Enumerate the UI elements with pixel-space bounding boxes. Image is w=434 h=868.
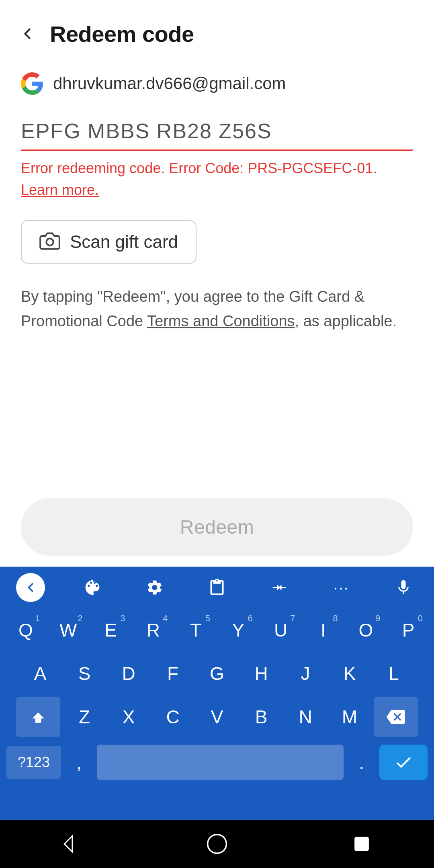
- key-D[interactable]: D: [108, 653, 149, 694]
- keyboard-palette-button[interactable]: [78, 573, 107, 602]
- key-I[interactable]: 8I: [304, 610, 343, 650]
- keyboard-settings-button[interactable]: [140, 573, 169, 602]
- key-K[interactable]: K: [330, 653, 370, 694]
- keyboard-row-2: A S D F G H J K L: [6, 653, 428, 694]
- keyboard-more-button[interactable]: ···: [327, 573, 356, 602]
- terms-text: By tapping "Redeem", you agree to the Gi…: [21, 285, 413, 334]
- key-T[interactable]: 5T: [176, 610, 215, 650]
- keyboard-enter-button[interactable]: [379, 745, 428, 780]
- key-P[interactable]: 0P: [389, 610, 428, 650]
- navigation-bar: [0, 820, 434, 868]
- keyboard-row-3: Z X C V B N M: [6, 697, 428, 737]
- keyboard: ··· 1Q 2W 3E 4R 5T 6Y 7U 8I 9O 0P A S D …: [0, 567, 434, 820]
- keyboard-delete-button[interactable]: [374, 697, 418, 737]
- key-M[interactable]: M: [330, 697, 370, 737]
- back-button[interactable]: [13, 19, 42, 48]
- key-U[interactable]: 7U: [262, 610, 300, 650]
- nav-home-button[interactable]: [201, 828, 233, 860]
- nav-recents-button[interactable]: [346, 828, 378, 860]
- keyboard-rows: 1Q 2W 3E 4R 5T 6Y 7U 8I 9O 0P A S D F G …: [0, 608, 434, 742]
- svg-rect-4: [355, 837, 368, 851]
- key-G[interactable]: G: [197, 653, 237, 694]
- account-row: dhruvkumar.dv666@gmail.com: [21, 72, 413, 95]
- top-bar: Redeem code: [0, 0, 434, 56]
- content-area: dhruvkumar.dv666@gmail.com Error redeemi…: [0, 56, 434, 334]
- scan-button-label: Scan gift card: [70, 232, 178, 252]
- svg-point-0: [46, 239, 53, 246]
- key-W[interactable]: 2W: [49, 610, 88, 650]
- key-R[interactable]: 4R: [134, 610, 172, 650]
- google-logo-icon: [21, 72, 43, 95]
- key-J[interactable]: J: [285, 653, 326, 694]
- key-O[interactable]: 9O: [346, 610, 385, 650]
- key-V[interactable]: V: [197, 697, 237, 737]
- key-comma[interactable]: ,: [65, 743, 93, 781]
- error-message: Error redeeming code. Error Code: PRS-PG…: [21, 158, 413, 201]
- svg-rect-1: [35, 719, 41, 723]
- code-input[interactable]: [21, 114, 413, 149]
- keyboard-sym-button[interactable]: ?123: [6, 746, 61, 779]
- redeem-button-wrapper: Redeem: [21, 498, 413, 556]
- key-Y[interactable]: 6Y: [219, 610, 258, 650]
- keyboard-back-button[interactable]: [16, 573, 45, 602]
- page-title: Redeem code: [50, 21, 194, 47]
- key-L[interactable]: L: [374, 653, 414, 694]
- key-E[interactable]: 3E: [92, 610, 130, 650]
- keyboard-cursor-button[interactable]: [265, 573, 294, 602]
- key-H[interactable]: H: [241, 653, 281, 694]
- terms-link[interactable]: Terms and Conditions: [147, 313, 295, 330]
- keyboard-clipboard-button[interactable]: [203, 573, 231, 602]
- key-B[interactable]: B: [241, 697, 281, 737]
- learn-more-link[interactable]: Learn more.: [21, 182, 99, 198]
- keyboard-toolbar: ···: [0, 567, 434, 608]
- account-email: dhruvkumar.dv666@gmail.com: [53, 74, 286, 93]
- key-F[interactable]: F: [153, 653, 193, 694]
- keyboard-row-1: 1Q 2W 3E 4R 5T 6Y 7U 8I 9O 0P: [6, 610, 428, 650]
- keyboard-shift-button[interactable]: [16, 697, 60, 737]
- key-S[interactable]: S: [64, 653, 104, 694]
- keyboard-space-key[interactable]: [97, 745, 344, 780]
- key-period[interactable]: .: [348, 743, 375, 781]
- key-A[interactable]: A: [20, 653, 60, 694]
- redeem-button[interactable]: Redeem: [21, 498, 413, 556]
- key-Z[interactable]: Z: [64, 697, 104, 737]
- camera-icon: [39, 231, 60, 253]
- svg-point-3: [208, 835, 227, 854]
- keyboard-mic-button[interactable]: [389, 573, 418, 602]
- key-N[interactable]: N: [285, 697, 326, 737]
- code-input-wrapper: [21, 114, 413, 151]
- scan-gift-card-button[interactable]: Scan gift card: [21, 220, 197, 264]
- key-X[interactable]: X: [108, 697, 149, 737]
- key-C[interactable]: C: [153, 697, 193, 737]
- keyboard-bottom-row: ?123 , .: [0, 742, 434, 783]
- key-Q[interactable]: 1Q: [6, 610, 45, 650]
- svg-marker-2: [64, 836, 72, 852]
- nav-back-button[interactable]: [56, 828, 88, 860]
